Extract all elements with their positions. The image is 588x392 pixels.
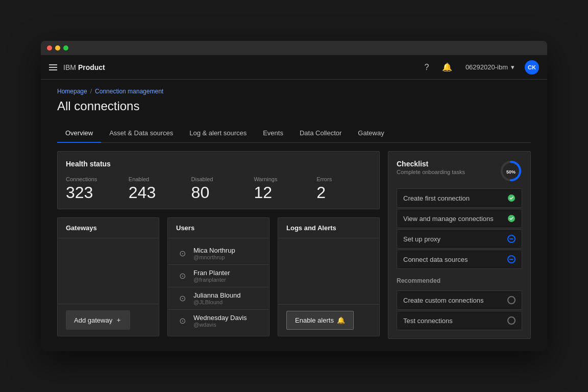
health-status-title: Health status: [66, 160, 371, 168]
checklist-item-create-custom[interactable]: Create custom connections: [397, 290, 522, 310]
brand-ibm-label: IBM: [63, 63, 76, 71]
checklist-item-label: Set up proxy: [403, 235, 507, 243]
window-fullscreen-dot: [63, 45, 68, 51]
user-avatar-icon: ⊙: [176, 270, 188, 282]
metric-disabled: Disabled 80: [191, 176, 246, 201]
user-avatar-icon: ⊙: [176, 292, 188, 305]
progress-circle: 50%: [500, 160, 522, 182]
checklist-item-label: Create custom connections: [403, 297, 507, 304]
hamburger-menu-icon[interactable]: [49, 64, 57, 70]
metric-connections-label: Connections: [66, 176, 120, 182]
user-info: Mica Northrup @mnorthrup: [193, 247, 235, 260]
user-name: Wednesday Davis: [193, 314, 247, 322]
plus-icon: ＋: [115, 315, 122, 325]
left-column: Health status Connections 323 Enabled 24…: [57, 151, 380, 339]
list-item[interactable]: ⊙ Wednesday Davis @wdavis: [168, 310, 269, 332]
checklist-item-label: Create first connection: [403, 194, 507, 202]
check-complete-icon: [507, 214, 516, 223]
breadcrumb: Homepage / Connection management: [57, 88, 531, 95]
tab-overview[interactable]: Overview: [57, 124, 101, 143]
user-info: Wednesday Davis @wdavis: [193, 314, 247, 328]
list-item[interactable]: ⊙ Fran Planter @franplanter: [168, 265, 269, 287]
metric-warnings-label: Warnings: [254, 176, 308, 182]
logs-panel-body: [278, 238, 379, 304]
checklist-item-label: Test connections: [403, 317, 507, 325]
metric-warnings: Warnings 12: [254, 176, 308, 201]
metric-disabled-value: 80: [191, 184, 246, 201]
bottom-panels: Gateways Add gateway ＋ Users: [57, 217, 380, 336]
page-title: All connections: [57, 99, 531, 113]
check-empty-icon: [507, 316, 516, 325]
checklist-header: Checklist Complete onboarding tasks 50%: [397, 160, 522, 182]
tab-asset-data-sources[interactable]: Asset & Data sources: [101, 124, 181, 143]
checklist-items: Create first connection View and manage …: [397, 188, 522, 269]
metrics-row: Connections 323 Enabled 243 Disabled 80: [66, 176, 371, 201]
recommended-items: Create custom connections Test connectio…: [397, 290, 522, 330]
header-right: ? 🔔 06292020-ibm ▾ CK: [419, 59, 539, 76]
notification-icon[interactable]: 🔔: [439, 59, 455, 76]
tab-gateway[interactable]: Gateway: [350, 124, 392, 143]
metric-errors-value: 2: [316, 184, 371, 201]
user-info: Fran Planter @franplanter: [193, 269, 230, 283]
breadcrumb-separator: /: [90, 88, 92, 95]
check-half-icon: [507, 255, 516, 263]
checklist-item-label: Connect data sources: [403, 256, 507, 263]
logs-panel: Logs and Alerts Enable alerts 🔔: [278, 217, 380, 336]
user-handle: @franplanter: [193, 277, 230, 283]
health-status-card: Health status Connections 323 Enabled 24…: [57, 151, 380, 209]
enable-alerts-button[interactable]: Enable alerts 🔔: [286, 311, 354, 330]
checklist-panel: Checklist Complete onboarding tasks 50% …: [388, 151, 531, 339]
metric-connections-value: 323: [66, 184, 120, 201]
account-selector[interactable]: 06292020-ibm ▾: [459, 59, 521, 76]
logs-panel-footer: Enable alerts 🔔: [278, 304, 379, 336]
checklist-item-set-up-proxy[interactable]: Set up proxy: [397, 229, 522, 249]
brand: IBM Product: [63, 63, 105, 71]
tab-events[interactable]: Events: [255, 124, 291, 143]
check-empty-icon: [507, 296, 516, 304]
checklist-item-connect-data-sources[interactable]: Connect data sources: [397, 250, 522, 269]
brand-product-label: Product: [78, 63, 105, 71]
users-panel: Users ⊙ Mica Northrup @mnorthrup ⊙: [167, 217, 270, 336]
header-left: IBM Product: [49, 63, 105, 71]
user-avatar-icon: ⊙: [176, 248, 188, 260]
add-gateway-label: Add gateway: [74, 316, 112, 324]
app-header: IBM Product ? 🔔 06292020-ibm ▾ CK: [41, 55, 547, 80]
window-close-dot: [47, 45, 52, 51]
breadcrumb-section[interactable]: Connection management: [95, 88, 163, 95]
svg-text:50%: 50%: [506, 169, 516, 175]
metric-disabled-label: Disabled: [191, 176, 246, 182]
user-info: Julianna Blound @JLBlound: [193, 291, 241, 305]
checklist-item-label: View and manage connections: [403, 215, 507, 223]
recommended-label: Recommended: [397, 277, 522, 284]
checklist-item-manage-connections[interactable]: View and manage connections: [397, 209, 522, 228]
metric-enabled-label: Enabled: [129, 176, 183, 182]
metric-enabled-value: 243: [129, 184, 183, 201]
add-gateway-button[interactable]: Add gateway ＋: [66, 310, 130, 330]
checklist-subtitle: Complete onboarding tasks: [397, 169, 465, 175]
svg-point-8: [508, 317, 515, 324]
list-item[interactable]: ⊙ Mica Northrup @mnorthrup: [168, 242, 269, 265]
user-name: Mica Northrup: [193, 247, 235, 254]
tab-log-alert-sources[interactable]: Log & alert sources: [181, 124, 255, 143]
checklist-title-group: Checklist Complete onboarding tasks: [397, 160, 465, 175]
checklist-title: Checklist: [397, 160, 465, 168]
gateways-panel-body: [58, 238, 159, 304]
list-item[interactable]: ⊙ Julianna Blound @JLBlound: [168, 287, 269, 310]
gateways-panel-footer: Add gateway ＋: [58, 304, 159, 336]
gateways-panel: Gateways Add gateway ＋: [57, 217, 159, 336]
avatar[interactable]: CK: [525, 60, 539, 75]
tab-data-collector[interactable]: Data Collector: [291, 124, 350, 143]
checklist-item-create-connection[interactable]: Create first connection: [397, 188, 522, 208]
enable-alerts-label: Enable alerts: [295, 316, 334, 324]
users-panel-header: Users: [168, 218, 269, 238]
page-content: Homepage / Connection management All con…: [41, 80, 547, 351]
main-grid: Health status Connections 323 Enabled 24…: [57, 151, 531, 339]
checklist-item-test-connections[interactable]: Test connections: [397, 311, 522, 330]
metric-connections: Connections 323: [66, 176, 120, 201]
metric-enabled: Enabled 243: [129, 176, 183, 201]
check-complete-icon: [507, 194, 516, 202]
breadcrumb-home[interactable]: Homepage: [57, 88, 87, 95]
bell-icon: 🔔: [337, 316, 345, 324]
help-icon[interactable]: ?: [419, 59, 435, 76]
svg-point-7: [508, 297, 515, 304]
